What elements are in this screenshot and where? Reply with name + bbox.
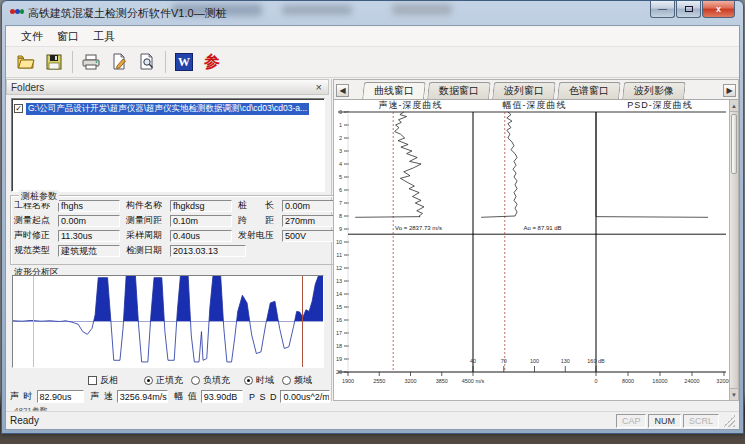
psd-field[interactable]: 0.00us^2/m [280, 390, 330, 403]
open-button[interactable] [14, 50, 38, 74]
tab-data-window[interactable]: 数据窗口 [427, 82, 491, 99]
sound-velocity-label: 声 速 [90, 390, 114, 403]
folders-header: Folders × [6, 79, 329, 95]
tab-wavetrain-image[interactable]: 波列影像 [622, 82, 686, 99]
menu-window[interactable]: 窗口 [50, 27, 86, 46]
depth-tick-label: 16 [336, 317, 342, 323]
chart-title: 幅值-深度曲线 [503, 100, 567, 110]
depth-tick-label: 13 [336, 278, 342, 284]
param-label: 构件名称 [126, 199, 170, 212]
open-folder-icon [16, 52, 36, 72]
time-domain-radio[interactable] [244, 376, 253, 385]
x-tick-label: 40 [470, 358, 476, 364]
param-field[interactable]: 11.30us [58, 230, 120, 242]
depth-tick-label: 5 [339, 174, 342, 180]
chart-annotation: Vo = 2837.73 m/s [395, 225, 442, 231]
amplitude-field[interactable]: 93.90dB [201, 390, 243, 403]
depth-tick-label: 0 [339, 109, 342, 115]
depth-charts-area: 01234567891011121314151617181920声速-深度曲线1… [334, 100, 738, 400]
x-tick-label: 16000 [652, 378, 667, 384]
folders-list[interactable]: ✓ G:\公司产品设计开发\超声仪器\超声仪实地检测数据调测\cd\cd03\c… [11, 98, 325, 192]
num-indicator: NUM [648, 414, 681, 428]
save-button[interactable] [42, 50, 66, 74]
param-field[interactable]: 0.40us [170, 230, 232, 242]
time-domain-label: 时域 [256, 374, 274, 387]
x-tick-label: 2550 [373, 378, 385, 384]
toolbar-separator [72, 51, 73, 73]
right-pane: ◀ 曲线窗口 数据窗口 波列窗口 色谱窗口 波列影像 ▶ 01234567891… [333, 79, 739, 401]
x-tick-label: 24000 [684, 378, 699, 384]
file-path[interactable]: G:\公司产品设计开发\超声仪器\超声仪实地检测数据调测\cd\cd03\cd0… [26, 103, 309, 115]
param-field[interactable]: fhghs [58, 200, 120, 212]
right-cursor-line[interactable] [302, 276, 303, 367]
freq-domain-radio[interactable] [282, 376, 291, 385]
minimize-button[interactable]: — [650, 1, 675, 18]
close-pane-icon[interactable]: × [314, 82, 324, 92]
param-field[interactable]: 0.00m [58, 215, 120, 227]
menu-tools[interactable]: 工具 [86, 27, 122, 46]
param-field[interactable]: 2013.03.13 [170, 245, 246, 257]
positive-fill-radio[interactable] [144, 376, 153, 385]
sound-time-field[interactable]: 82.90us [37, 390, 85, 403]
tab-scroll-left-icon[interactable]: ◀ [336, 84, 349, 97]
export-button[interactable] [107, 50, 131, 74]
resize-grip[interactable] [723, 415, 735, 427]
param-field[interactable]: 270mm [282, 215, 334, 227]
titlebar[interactable]: 高铁建筑混凝土检测分析软件V1.0—测桩 — x [2, 1, 743, 25]
print-preview-button[interactable] [135, 50, 159, 74]
word-icon: W [175, 53, 193, 71]
chart-title: PSD-深度曲线 [627, 100, 693, 110]
scroll-indicator: SCRL [683, 414, 719, 428]
scroll-up-icon[interactable]: ▲ [730, 100, 738, 112]
list-item[interactable]: ✓ G:\公司产品设计开发\超声仪器\超声仪实地检测数据调测\cd\cd03\c… [14, 102, 322, 115]
parameters-button[interactable]: 参 [200, 50, 224, 74]
param-label: 测量起点 [14, 214, 58, 227]
tab-spectrum-window[interactable]: 色谱窗口 [557, 82, 621, 99]
statusbar: Ready CAP NUM SCRL [6, 411, 739, 429]
invert-checkbox[interactable] [88, 376, 97, 385]
scrollbar-thumb[interactable] [731, 114, 737, 174]
param-label: 桩 长 [238, 199, 282, 212]
tab-curve-window[interactable]: 曲线窗口 [362, 82, 426, 99]
menu-file[interactable]: 文件 [14, 27, 50, 46]
maximize-button[interactable] [676, 1, 701, 18]
depth-curve [596, 112, 708, 217]
scroll-down-icon[interactable]: ▼ [730, 388, 738, 400]
x-tick-label: 130 [561, 358, 570, 364]
close-button[interactable]: x [702, 1, 735, 18]
depth-tick-label: 7 [339, 200, 342, 206]
waveform-plot[interactable] [12, 275, 324, 368]
toolbar: W 参 [6, 47, 739, 78]
param-field[interactable]: 0.00m [282, 200, 334, 212]
sound-velocity-field[interactable]: 3256.94m/s [117, 390, 168, 403]
app-icon [10, 7, 24, 18]
window-title: 高铁建筑混凝土检测分析软件V1.0—测桩 [28, 6, 227, 21]
chart-title: 声速-深度曲线 [379, 100, 443, 110]
chart-scrollbar[interactable]: ▲ ▼ [729, 100, 738, 400]
glass-artifact [282, 5, 352, 15]
x-tick-label: 3850 [436, 378, 448, 384]
status-message: Ready [10, 415, 39, 426]
depth-charts-svg: 01234567891011121314151617181920声速-深度曲线1… [334, 100, 734, 412]
negative-fill-radio[interactable] [191, 376, 200, 385]
tab-scroll-right-icon[interactable]: ▶ [723, 84, 736, 97]
param-field[interactable]: fhgkdsg [170, 200, 232, 212]
sound-time-label: 声 时 [10, 390, 34, 403]
left-cursor-line[interactable] [33, 276, 34, 367]
param-field[interactable]: 0.10m [170, 215, 232, 227]
params-glyph-icon: 参 [204, 52, 220, 73]
caps-indicator: CAP [616, 414, 647, 428]
word-export-button[interactable]: W [172, 50, 196, 74]
param-label: 跨 距 [238, 214, 282, 227]
save-floppy-icon [44, 52, 64, 72]
param-row: 声时修正 11.30us 采样周期 0.40us 发射电压 500V [14, 228, 334, 243]
menubar: 文件 窗口 工具 [6, 27, 739, 47]
glass-artifact [392, 4, 452, 15]
print-button[interactable] [79, 50, 103, 74]
x-tick-label: 8000 [622, 378, 634, 384]
tab-wavetrain-window[interactable]: 波列窗口 [492, 82, 556, 99]
depth-tick-label: 4 [339, 161, 342, 167]
param-field[interactable]: 500V [282, 230, 334, 242]
file-checkbox[interactable]: ✓ [14, 104, 23, 113]
param-field[interactable]: 建筑规范 [58, 245, 120, 257]
